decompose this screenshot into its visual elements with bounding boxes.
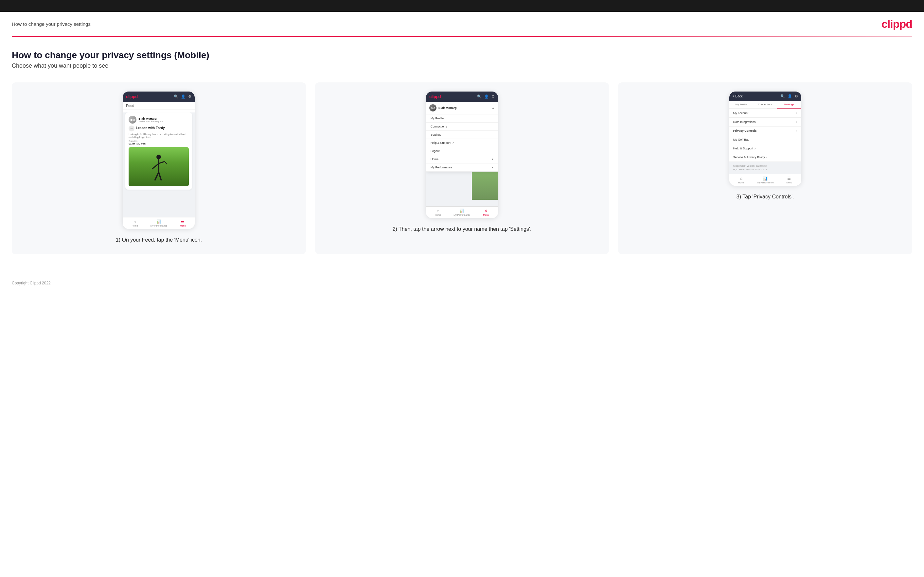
settings-icon-3: ⚙: [795, 94, 798, 98]
nav3-performance: 📊 My Performance: [753, 174, 777, 186]
nav3-menu-label: Menu: [786, 181, 792, 184]
menu-section-home[interactable]: Home ▾: [426, 155, 498, 163]
settings-icon: ⚙: [188, 95, 191, 99]
chart-icon: 📊: [157, 219, 161, 224]
profile-icon: 👤: [181, 95, 186, 99]
nav2-home-label: Home: [435, 214, 441, 216]
menu-icon-3: ☰: [787, 176, 791, 181]
phone1-nav: clippd 🔍 👤 ⚙: [123, 92, 195, 102]
feed-duration-label: Duration: [129, 140, 189, 142]
feed-tab: Feed: [123, 102, 195, 110]
tab-settings[interactable]: Settings: [777, 101, 801, 108]
copyright-text: Copyright Clippd 2022: [12, 281, 51, 285]
settings-myaccount[interactable]: My Account ›: [729, 109, 801, 118]
settings-icon-2: ⚙: [491, 95, 495, 99]
phone1-nav-icons: 🔍 👤 ⚙: [174, 95, 191, 99]
external-link-icon: ↗: [452, 142, 454, 145]
close-icon: ✕: [484, 209, 488, 213]
privacy-chevron: ›: [796, 129, 797, 132]
back-button[interactable]: < Back: [733, 95, 743, 98]
chart-icon-2: 📊: [459, 209, 464, 213]
card-2: clippd 🔍 👤 ⚙ BM: [315, 82, 609, 254]
settings-back-bar: < Back 🔍 👤 ⚙: [729, 92, 801, 101]
tab-connections[interactable]: Connections: [753, 101, 777, 108]
phone-3: < Back 🔍 👤 ⚙ My Profile Connections Sett…: [729, 92, 801, 186]
myaccount-label: My Account: [733, 111, 749, 115]
phone2-body: BM Blair McHarg ▲ My Profile Connections…: [426, 102, 498, 206]
nav-performance: 📊 My Performance: [147, 218, 171, 229]
svg-line-6: [159, 172, 161, 181]
top-bar: [0, 0, 924, 12]
main-content: How to change your privacy settings (Mob…: [0, 37, 924, 274]
feed-golf-image: [129, 147, 189, 186]
lesson-icon: ✏: [129, 126, 134, 131]
phone2-nav: clippd 🔍 👤 ⚙: [426, 92, 498, 102]
menu-performance-label: My Performance: [431, 166, 452, 169]
svg-line-3: [159, 161, 165, 163]
settings-tabs: My Profile Connections Settings: [729, 101, 801, 109]
feed-duration-val: 01 hr : 30 min: [129, 142, 189, 145]
home-chevron-icon: ▾: [492, 158, 493, 161]
version-line1: Clippd Client Version: 2022.8.3-3: [733, 164, 797, 168]
svg-line-2: [152, 163, 159, 169]
menu-item-myprofile[interactable]: My Profile: [426, 114, 498, 122]
feed-lesson-row: ✏ Lesson with Fordy: [129, 126, 189, 131]
data-integrations-chevron: ›: [796, 120, 797, 124]
menu-item-help[interactable]: Help & Support ↗: [426, 139, 498, 147]
settings-help-support[interactable]: Help & Support ↗: [729, 144, 801, 153]
profile-icon-2: 👤: [484, 95, 489, 99]
breadcrumb: How to change your privacy settings: [12, 21, 90, 27]
nav2-performance-label: My Performance: [454, 214, 470, 216]
settings-service-privacy[interactable]: Service & Privacy Policy ↗: [729, 153, 801, 162]
settings-body: My Account › Data Integrations › Privacy…: [729, 109, 801, 174]
settings-version: Clippd Client Version: 2022.8.3-3 GQL Se…: [729, 162, 801, 174]
feed-avatar: BM: [129, 116, 136, 124]
menu-icon: ☰: [181, 219, 184, 224]
myaccount-chevron: ›: [796, 111, 797, 115]
menu-section-performance[interactable]: My Performance ▾: [426, 163, 498, 172]
nav3-performance-label: My Performance: [757, 181, 774, 184]
settings-privacy-controls[interactable]: Privacy Controls ›: [729, 127, 801, 135]
svg-line-4: [165, 161, 167, 164]
performance-chevron-icon: ▾: [492, 166, 493, 169]
search-icon-2: 🔍: [477, 95, 481, 99]
phone-1: clippd 🔍 👤 ⚙ Feed BM Blair: [123, 92, 195, 229]
feed-post-header: BM Blair McHarg Yesterday · Sunningdale: [129, 116, 189, 124]
settings-mygolfbag[interactable]: My Golf Bag ›: [729, 135, 801, 144]
tab-myprofile[interactable]: My Profile: [729, 101, 753, 108]
menu-item-connections[interactable]: Connections: [426, 122, 498, 131]
mygolfbag-label: My Golf Bag: [733, 138, 750, 141]
phone-2: clippd 🔍 👤 ⚙ BM: [426, 92, 498, 218]
settings-data-integrations[interactable]: Data Integrations ›: [729, 118, 801, 127]
feed-post: BM Blair McHarg Yesterday · Sunningdale …: [125, 113, 192, 190]
menu-item-settings[interactable]: Settings: [426, 131, 498, 139]
nav3-menu: ☰ Menu: [777, 174, 801, 186]
menu-user-row: BM Blair McHarg ▲: [426, 102, 498, 114]
phone1-bottom-nav: ⌂ Home 📊 My Performance ☰ Menu: [123, 217, 195, 229]
service-privacy-label: Service & Privacy Policy ↗: [733, 156, 768, 159]
card-1: clippd 🔍 👤 ⚙ Feed BM Blair: [12, 82, 306, 254]
card-3-caption: 3) Tap 'Privacy Controls'.: [737, 193, 794, 201]
svg-line-5: [155, 172, 159, 181]
nav-performance-label: My Performance: [150, 225, 167, 227]
version-line2: GQL Server Version: 2022.7.30-1: [733, 168, 797, 172]
data-integrations-label: Data Integrations: [733, 120, 756, 124]
nav-menu-label: Menu: [180, 225, 186, 227]
phone3-nav-icons: 🔍 👤 ⚙: [780, 94, 798, 98]
phone2-bottom-nav: ⌂ Home 📊 My Performance ✕ Menu: [426, 206, 498, 218]
home-icon-3: ⌂: [740, 176, 742, 181]
nav-menu: ☰ Menu: [171, 218, 195, 229]
profile-icon-3: 👤: [788, 94, 792, 98]
page-subheading: Choose what you want people to see: [12, 63, 912, 69]
menu-user-left: BM Blair McHarg: [429, 104, 457, 111]
home-icon: ⌂: [134, 219, 136, 224]
card-1-caption: 1) On your Feed, tap the 'Menu' icon.: [116, 236, 202, 244]
card-2-caption: 2) Then, tap the arrow next to your name…: [393, 225, 532, 233]
nav2-menu: ✕ Menu: [474, 206, 498, 218]
phone2-nav-icons: 🔍 👤 ⚙: [477, 95, 495, 99]
menu-avatar: BM: [429, 104, 436, 111]
menu-username: Blair McHarg: [438, 106, 457, 110]
header: How to change your privacy settings clip…: [0, 12, 924, 36]
logo: clippd: [882, 18, 912, 31]
menu-item-logout[interactable]: Logout: [426, 147, 498, 155]
